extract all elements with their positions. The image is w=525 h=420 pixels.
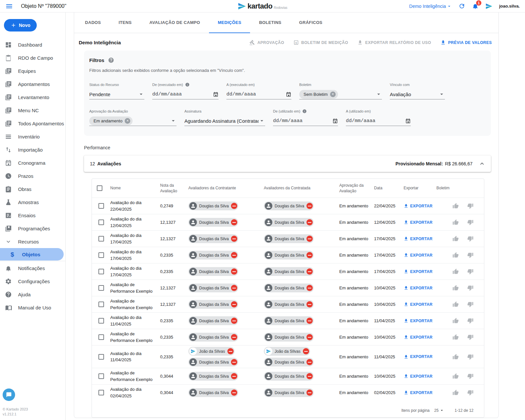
row-checkbox[interactable]: [98, 334, 104, 340]
remove-evaluator-icon[interactable]: [231, 219, 237, 225]
items-per-page-select[interactable]: 25: [434, 408, 444, 413]
menu-icon[interactable]: [5, 2, 13, 10]
date-input-value[interactable]: dd/mm/aaaa: [226, 92, 286, 97]
date-input-value[interactable]: dd/mm/aaaa: [346, 118, 405, 124]
chevron-up-icon[interactable]: [478, 160, 486, 167]
tab-dados[interactable]: DADOS: [76, 12, 110, 33]
export-button[interactable]: EXPORTAR: [404, 269, 436, 274]
remove-evaluator-icon[interactable]: [306, 285, 313, 291]
sidebar-item-configuracoes[interactable]: Configurações: [0, 275, 65, 288]
remove-evaluator-icon[interactable]: [231, 373, 237, 379]
thumb-down-icon[interactable]: [467, 219, 473, 225]
remove-evaluator-icon[interactable]: [231, 389, 237, 396]
export-button[interactable]: EXPORTAR: [404, 390, 436, 395]
thumb-up-icon[interactable]: [452, 318, 459, 324]
export-button[interactable]: EXPORTAR: [404, 354, 436, 359]
export-button[interactable]: EXPORTAR: [404, 374, 436, 379]
thumb-down-icon[interactable]: [467, 373, 473, 379]
action-previa-de-valores[interactable]: PRÉVIA DE VALORES: [440, 40, 492, 45]
filter-control-boletim[interactable]: Sem Boletim×: [299, 89, 382, 99]
filter-control-a-executado-em[interactable]: dd/mm/aaaa: [226, 89, 291, 99]
export-button[interactable]: EXPORTAR: [404, 335, 436, 340]
tab-boletins[interactable]: BOLETINS: [250, 12, 290, 33]
filter-control-a-utilizado-em[interactable]: dd/mm/aaaa: [346, 116, 411, 126]
thumb-up-icon[interactable]: [452, 203, 459, 209]
sidebar-item-cronograma[interactable]: Cronograma: [0, 156, 65, 169]
row-checkbox[interactable]: [98, 269, 104, 274]
remove-evaluator-icon[interactable]: [303, 348, 309, 354]
sidebar-item-menu-nc[interactable]: Menu NC: [0, 104, 65, 117]
export-button[interactable]: EXPORTAR: [404, 203, 436, 208]
thumb-up-icon[interactable]: [452, 268, 459, 275]
sidebar-item-manual-de-uso[interactable]: Manual de Uso: [0, 301, 65, 314]
remove-evaluator-icon[interactable]: [227, 348, 234, 354]
thumb-down-icon[interactable]: [467, 268, 473, 275]
sidebar-item-programacoes[interactable]: Programações: [0, 222, 65, 235]
chip-remove-icon[interactable]: ×: [125, 118, 130, 124]
remove-evaluator-icon[interactable]: [231, 203, 237, 209]
thumb-up-icon[interactable]: [452, 373, 459, 379]
thumb-up-icon[interactable]: [452, 334, 459, 340]
remove-evaluator-icon[interactable]: [306, 359, 313, 365]
remove-evaluator-icon[interactable]: [306, 219, 313, 225]
calendar-icon[interactable]: [213, 92, 219, 97]
row-checkbox[interactable]: [98, 318, 104, 324]
new-button[interactable]: Novo: [4, 19, 37, 32]
export-button[interactable]: EXPORTAR: [404, 220, 436, 225]
export-button[interactable]: EXPORTAR: [404, 318, 436, 323]
filter-control-vinculo-com[interactable]: Avaliação: [390, 89, 445, 99]
thumb-up-icon[interactable]: [452, 252, 459, 258]
sidebar-item-notificacoes[interactable]: Notificações: [0, 262, 65, 275]
export-button[interactable]: EXPORTAR: [404, 253, 436, 258]
sidebar-item-inventario[interactable]: Inventário: [0, 130, 65, 143]
row-checkbox[interactable]: [98, 285, 104, 291]
date-input-value[interactable]: dd/mm/aaaa: [273, 118, 332, 124]
thumb-up-icon[interactable]: [452, 389, 459, 396]
sidebar-item-recursos[interactable]: Recursos: [0, 235, 65, 248]
thumb-up-icon[interactable]: [452, 285, 459, 291]
thumb-down-icon[interactable]: [467, 318, 473, 324]
sidebar-item-rdo-de-campo[interactable]: RDO de Campo: [0, 51, 65, 64]
action-aprovacao[interactable]: APROVAÇÃO: [249, 40, 284, 45]
export-button[interactable]: EXPORTAR: [404, 285, 436, 290]
thumb-down-icon[interactable]: [467, 252, 473, 258]
sidebar-item-todos-apontamentos[interactable]: Todos Apontamentos: [0, 117, 65, 130]
remove-evaluator-icon[interactable]: [231, 334, 237, 340]
row-checkbox[interactable]: [98, 373, 104, 379]
sidebar-item-obras[interactable]: Obras: [0, 182, 65, 196]
remove-evaluator-icon[interactable]: [306, 373, 313, 379]
sidebar-item-importacao[interactable]: Importação: [0, 143, 65, 156]
remove-evaluator-icon[interactable]: [306, 389, 313, 396]
remove-evaluator-icon[interactable]: [231, 301, 237, 307]
sidebar-item-prazos[interactable]: Prazos: [0, 169, 65, 182]
calendar-icon[interactable]: [332, 118, 338, 124]
notifications-bell-icon[interactable]: 1: [472, 3, 479, 10]
remove-evaluator-icon[interactable]: [306, 334, 313, 340]
sidebar-item-amostras[interactable]: Amostras: [0, 196, 65, 209]
calendar-icon[interactable]: [286, 92, 291, 97]
filter-control-assinatura[interactable]: Aguardando Assinatura (Contratada): [184, 116, 265, 126]
filter-control-de-utilizado-em[interactable]: dd/mm/aaaa: [273, 116, 338, 126]
sidebar-item-equipes[interactable]: Equipes: [0, 64, 65, 77]
sidebar-item-ajuda[interactable]: Ajuda: [0, 288, 65, 301]
tab-medicoes[interactable]: MEDIÇÕES: [209, 12, 250, 33]
help-icon[interactable]: [108, 57, 114, 63]
row-checkbox[interactable]: [98, 203, 104, 209]
row-checkbox[interactable]: [98, 220, 104, 225]
remove-evaluator-icon[interactable]: [306, 318, 313, 324]
thumb-down-icon[interactable]: [467, 236, 473, 242]
tab-graficos[interactable]: GRÁFICOS: [290, 12, 331, 33]
filter-control-de-executado-em[interactable]: dd/mm/aaaa: [152, 89, 219, 99]
chat-widget-button[interactable]: [3, 388, 15, 401]
row-checkbox[interactable]: [98, 390, 104, 395]
export-button[interactable]: EXPORTAR: [404, 302, 436, 307]
remove-evaluator-icon[interactable]: [231, 236, 237, 242]
filter-control-status-do-recurso[interactable]: Pendente: [89, 89, 144, 99]
thumb-down-icon[interactable]: [467, 334, 473, 340]
refresh-icon[interactable]: [458, 3, 465, 10]
thumb-up-icon[interactable]: [452, 354, 459, 360]
sidebar-item-apontamentos[interactable]: Apontamentos: [0, 77, 65, 91]
user-menu[interactable]: joao.silva.: [499, 4, 520, 9]
remove-evaluator-icon[interactable]: [231, 252, 237, 258]
thumb-up-icon[interactable]: [452, 236, 459, 242]
